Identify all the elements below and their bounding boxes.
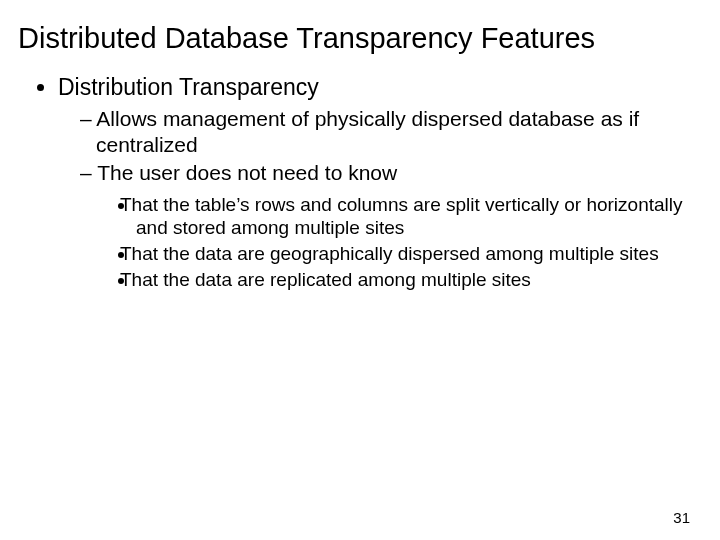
bullet-level3: That the data are geographically dispers… (136, 242, 690, 266)
bullet-level2: The user does not need to know That the … (80, 160, 690, 291)
slide: Distributed Database Transparency Featur… (0, 0, 720, 540)
slide-body: Distribution Transparency Allows managem… (0, 55, 720, 292)
bullet-text: Distribution Transparency (58, 74, 319, 100)
bullet-level3: That the table’s rows and columns are sp… (136, 193, 690, 241)
bullet-text: The user does not need to know (97, 161, 397, 184)
bullet-text: That the data are geographically dispers… (120, 243, 659, 264)
bullet-level2: Allows management of physically disperse… (80, 106, 690, 159)
bullet-level3: That the data are replicated among multi… (136, 268, 690, 292)
slide-title: Distributed Database Transparency Featur… (0, 0, 720, 55)
bullet-text: That the data are replicated among multi… (120, 269, 531, 290)
page-number: 31 (673, 509, 690, 526)
bullet-level1: Distribution Transparency Allows managem… (58, 73, 690, 292)
bullet-text: Allows management of physically disperse… (96, 107, 639, 156)
bullet-text: That the table’s rows and columns are sp… (120, 194, 683, 239)
